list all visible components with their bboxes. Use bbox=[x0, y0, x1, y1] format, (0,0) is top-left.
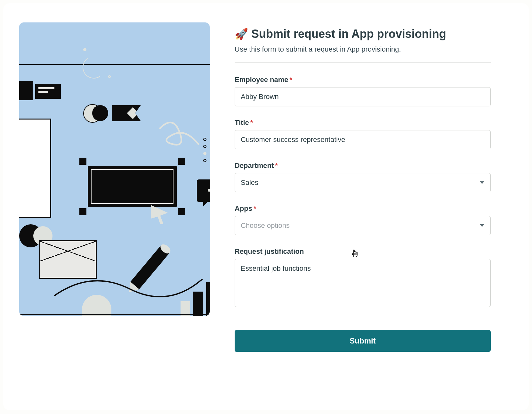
field-department: Department* Sales bbox=[235, 161, 491, 192]
employee-name-input[interactable] bbox=[235, 87, 491, 106]
page-title-text: Submit request in App provisioning bbox=[251, 27, 446, 41]
label-text: Request justification bbox=[235, 247, 304, 255]
required-mark: * bbox=[254, 204, 256, 212]
field-title: Title* bbox=[235, 119, 491, 149]
field-employee-name: Employee name* bbox=[235, 76, 491, 106]
required-mark: * bbox=[290, 76, 293, 84]
field-justification: Request justification bbox=[235, 247, 491, 308]
department-select[interactable]: Sales bbox=[235, 173, 491, 192]
field-apps: Apps* Choose options bbox=[235, 204, 491, 235]
page-subtitle: Use this form to submit a request in App… bbox=[235, 45, 491, 54]
label-text: Employee name bbox=[235, 76, 288, 84]
justification-input[interactable] bbox=[235, 259, 491, 307]
justification-label: Request justification bbox=[235, 247, 491, 256]
required-mark: * bbox=[275, 161, 278, 170]
form-container: 🚀 Submit request in App provisioning Use… bbox=[235, 27, 491, 352]
label-text: Title bbox=[235, 119, 249, 127]
required-mark: * bbox=[250, 119, 253, 127]
page-title: 🚀 Submit request in App provisioning bbox=[235, 27, 491, 41]
divider bbox=[235, 62, 491, 63]
department-value: Sales bbox=[241, 178, 258, 187]
decorative-illustration bbox=[19, 22, 210, 316]
submit-button[interactable]: Submit bbox=[235, 330, 491, 352]
title-label: Title* bbox=[235, 119, 491, 127]
apps-placeholder: Choose options bbox=[241, 221, 290, 230]
apps-label: Apps* bbox=[235, 204, 491, 213]
employee-name-label: Employee name* bbox=[235, 76, 491, 84]
label-text: Department bbox=[235, 161, 274, 170]
department-label: Department* bbox=[235, 161, 491, 170]
rocket-icon: 🚀 bbox=[235, 28, 248, 40]
title-input[interactable] bbox=[235, 130, 491, 149]
label-text: Apps bbox=[235, 204, 252, 212]
apps-select[interactable]: Choose options bbox=[235, 216, 491, 235]
